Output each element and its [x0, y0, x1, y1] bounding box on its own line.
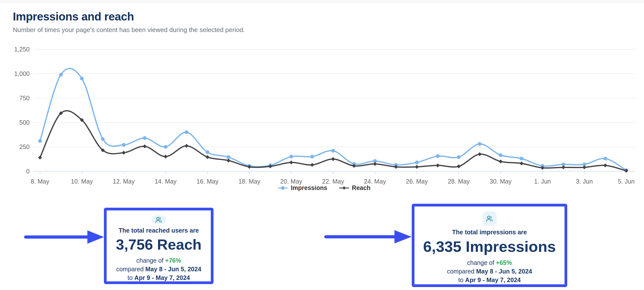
- data-point-reach: [498, 159, 502, 163]
- to-range: Apr 9 - May 7, 2024: [465, 277, 520, 283]
- annotation-arrow-left: [24, 229, 105, 245]
- x-axis-label: 24. May: [364, 178, 386, 185]
- data-point-reach: [415, 165, 419, 169]
- card-label: The total impressions are: [452, 229, 527, 236]
- change-value: +65%: [496, 259, 512, 266]
- data-point-reach: [122, 151, 126, 155]
- data-point-reach: [38, 156, 42, 160]
- data-point-impressions: [520, 157, 523, 160]
- data-point-reach: [603, 163, 607, 167]
- x-axis-label: 18. May: [238, 178, 260, 185]
- chart-legend: ImpressionsReach: [10, 184, 638, 191]
- card-compared-line: compared May 8 - Jun 5, 2024: [447, 268, 532, 275]
- data-point-impressions: [310, 155, 314, 158]
- card-change-line: change of +65%: [467, 259, 512, 266]
- compared-prefix: compared: [116, 266, 144, 273]
- data-point-reach: [310, 163, 314, 167]
- x-axis-label: 5. Jun: [618, 178, 634, 185]
- compared-range: May 8 - Jun 5, 2024: [476, 268, 532, 275]
- card-to-line: to Apr 9 - May 7, 2024: [128, 274, 190, 281]
- users-icon: [482, 211, 497, 226]
- x-axis-label: 12. May: [113, 178, 135, 185]
- series-impressions-line: [40, 68, 626, 170]
- x-axis-label: 20. May: [280, 178, 302, 185]
- legend-item-reach[interactable]: Reach: [339, 184, 370, 191]
- x-axis-label: 22. May: [322, 178, 344, 185]
- card-value: 6,335 Impressions: [423, 238, 556, 255]
- data-point-reach: [226, 158, 230, 162]
- card-value: 3,756 Reach: [116, 236, 202, 253]
- data-point-reach: [582, 165, 586, 169]
- data-point-impressions: [101, 137, 105, 141]
- to-range: Apr 9 - May 7, 2024: [134, 274, 190, 281]
- x-axis-label: 14. May: [154, 178, 176, 185]
- y-axis-label: 750: [19, 95, 30, 102]
- users-icon: [152, 215, 166, 224]
- legend-label: Reach: [352, 184, 370, 191]
- x-axis-label: 8. May: [30, 178, 49, 185]
- data-point-impressions: [604, 157, 607, 160]
- to-prefix: to: [128, 274, 133, 281]
- compared-prefix: compared: [447, 268, 474, 275]
- data-point-impressions: [331, 149, 335, 152]
- x-axis-label: 16. May: [196, 178, 218, 185]
- x-axis-label: 3. Jun: [576, 178, 593, 185]
- x-axis-label: 26. May: [406, 178, 428, 185]
- y-axis-label: 1,250: [14, 46, 30, 53]
- data-point-impressions: [206, 150, 209, 154]
- card-change-line: change of +76%: [136, 257, 181, 264]
- y-axis-label: 500: [19, 119, 30, 126]
- y-axis-label: 1,000: [14, 70, 30, 77]
- data-point-impressions: [289, 155, 293, 158]
- data-point-impressions: [499, 153, 502, 157]
- data-point-impressions: [185, 130, 188, 134]
- data-point-reach: [436, 163, 440, 167]
- data-point-impressions: [164, 145, 167, 149]
- impressions-summary-card: The total impressions are 6,335 Impressi…: [412, 204, 567, 287]
- x-axis-label: 28. May: [448, 178, 470, 185]
- data-point-reach: [373, 162, 377, 166]
- change-prefix: change of: [136, 257, 164, 264]
- series-reach-line: [40, 111, 626, 171]
- data-point-reach: [164, 155, 168, 159]
- data-point-reach: [206, 155, 210, 159]
- top-strip: [0, 0, 644, 3]
- x-axis-label: 1. Jun: [534, 178, 551, 185]
- change-value: +76%: [165, 257, 181, 264]
- impressions-reach-chart: 02505007501,0001,2508. May10. May12. May…: [10, 28, 638, 192]
- annotation-arrow-right: [324, 229, 413, 245]
- data-point-reach: [289, 160, 293, 164]
- data-point-reach: [562, 165, 566, 169]
- data-point-reach: [143, 145, 146, 148]
- data-point-impressions: [143, 136, 146, 140]
- data-point-impressions: [415, 161, 419, 164]
- y-axis-label: 250: [19, 144, 30, 150]
- y-axis-label: 0: [26, 168, 30, 175]
- legend-label: Impressions: [291, 184, 327, 191]
- card-compared-line: compared May 8 - Jun 5, 2024: [116, 266, 202, 273]
- data-point-reach: [478, 152, 482, 156]
- legend-marker-diamond: [339, 185, 350, 190]
- data-point-impressions: [38, 139, 42, 143]
- data-point-impressions: [478, 142, 482, 146]
- legend-marker-circle: [278, 185, 288, 190]
- page: Impressions and reach Number of times yo…: [0, 0, 644, 290]
- x-axis-label: 10. May: [71, 178, 93, 185]
- card-to-line: to Apr 9 - May 7, 2024: [458, 277, 521, 284]
- x-axis-label: 30. May: [490, 178, 512, 185]
- data-point-reach: [331, 157, 335, 161]
- data-point-impressions: [80, 77, 84, 80]
- data-point-reach: [457, 164, 460, 168]
- compared-range: May 8 - Jun 5, 2024: [146, 266, 202, 273]
- legend-item-impressions[interactable]: Impressions: [278, 184, 327, 191]
- change-prefix: change of: [467, 259, 494, 266]
- data-point-impressions: [226, 155, 230, 159]
- reach-summary-card: The total reached users are 3,756 Reach …: [104, 208, 214, 284]
- data-point-reach: [185, 144, 188, 148]
- data-point-impressions: [457, 155, 460, 159]
- to-prefix: to: [458, 277, 464, 283]
- data-point-impressions: [122, 143, 126, 147]
- data-point-reach: [520, 161, 524, 165]
- data-point-impressions: [436, 154, 440, 158]
- data-point-impressions: [59, 73, 63, 76]
